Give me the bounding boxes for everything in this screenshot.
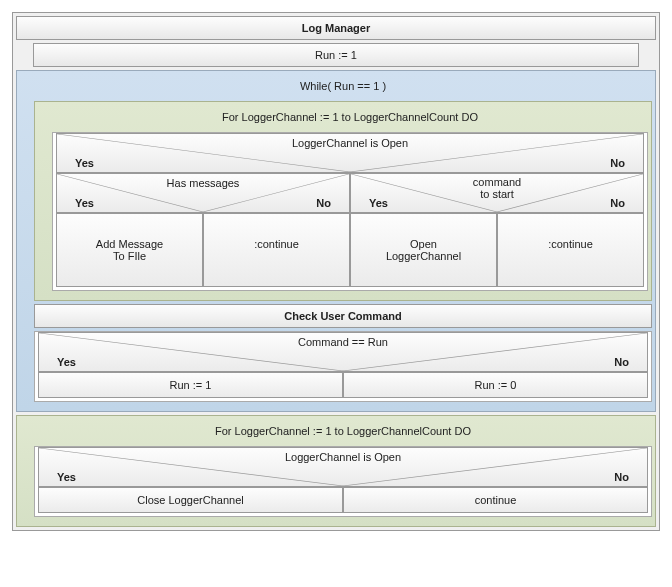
for-body-2: LoggerChannel is Open Yes No Close Logge… [34,446,652,517]
svg-line-7 [343,333,647,371]
cmd-run-block: Command == Run Yes No Run := 1 Run := 0 [34,331,652,402]
action-continue-1: :continue [203,213,350,287]
yes-label: Yes [57,471,76,483]
run-set-row: Run := 1 Run := 0 [38,372,648,398]
title-box: Log Manager [16,16,656,40]
no-label: No [316,197,331,209]
for-block-1: For LoggerChannel := 1 to LoggerChannelC… [34,101,652,301]
decision-cmd-start: commandto start Yes No [350,173,644,213]
action-run-1: Run := 1 [38,372,343,398]
action-run-1-text: Run := 1 [170,379,212,391]
decision-has-messages: Has messages Yes No [56,173,350,213]
action-add-message: Add MessageTo FIle [56,213,203,287]
no-label: No [610,197,625,209]
action-open-channel-text: OpenLoggerChannel [386,238,461,262]
action-continue-2: :continue [497,213,644,287]
title-text: Log Manager [302,22,370,34]
decision-cmd-start-label: commandto start [473,176,521,200]
action-continue-3: continue [343,487,648,513]
decision-is-open-2-label: LoggerChannel is Open [285,451,401,463]
no-label: No [614,471,629,483]
check-user-command-box: Check User Command [34,304,652,328]
for-body-1: LoggerChannel is Open Yes No Has message… [52,132,648,291]
action-close-channel-text: Close LoggerChannel [137,494,243,506]
nassi-shneiderman-diagram: Log Manager Run := 1 While( Run == 1 ) F… [12,12,660,531]
action-open-channel: OpenLoggerChannel [350,213,497,287]
yes-label: Yes [75,197,94,209]
decision-cmd-run-label: Command == Run [298,336,388,348]
action-close-channel: Close LoggerChannel [38,487,343,513]
action-continue-2-text: :continue [548,238,593,250]
no-label: No [610,157,625,169]
decision-is-open-label: LoggerChannel is Open [292,137,408,149]
decision-is-open: LoggerChannel is Open Yes No [56,133,644,173]
decision-is-open-2: LoggerChannel is Open Yes No [38,447,648,487]
action-row: Add MessageTo FIle :continue OpenLoggerC… [56,213,644,287]
for-label-1: For LoggerChannel := 1 to LoggerChannelC… [49,108,651,129]
for-label-2: For LoggerChannel := 1 to LoggerChannelC… [31,422,655,443]
no-label: No [614,356,629,368]
check-user-command-text: Check User Command [284,310,401,322]
action-run-0-text: Run := 0 [475,379,517,391]
action-run-0: Run := 0 [343,372,648,398]
run-init-box: Run := 1 [33,43,639,67]
decision-has-messages-label: Has messages [167,177,240,189]
sub-decision-row: Has messages Yes No commandto start Yes … [56,173,644,213]
yes-label: Yes [75,157,94,169]
action-add-message-text: Add MessageTo FIle [96,238,163,262]
close-continue-row: Close LoggerChannel continue [38,487,648,513]
yes-label: Yes [57,356,76,368]
run-init-text: Run := 1 [315,49,357,61]
for-block-2: For LoggerChannel := 1 to LoggerChannelC… [16,415,656,527]
action-continue-3-text: continue [475,494,517,506]
while-label: While( Run == 1 ) [31,77,655,98]
action-continue-1-text: :continue [254,238,299,250]
yes-label: Yes [369,197,388,209]
while-block: While( Run == 1 ) For LoggerChannel := 1… [16,70,656,412]
decision-cmd-run: Command == Run Yes No [38,332,648,372]
